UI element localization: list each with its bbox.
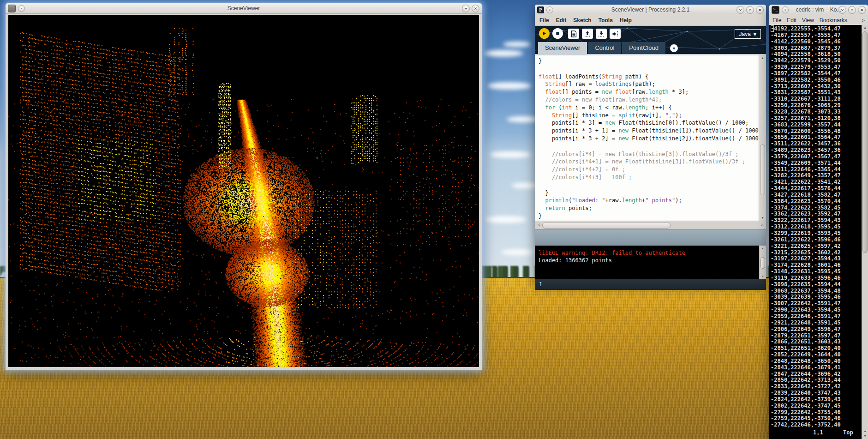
scrollbar-thumb[interactable] [760,257,765,269]
processing-menubar: File Edit Sketch Tools Help [535,15,766,26]
code-line: points[i * 3] = new Float(thisLine[0]).f… [539,119,759,127]
scroll-up-arrow-icon[interactable]: ▴ [862,429,868,433]
menu-file[interactable]: File [772,17,781,24]
terminal-line: -4167,222557,-3555,47 [771,32,862,39]
terminal-line: -2851,222651,-3620,40 [771,345,862,352]
terminal-line: -3303,222687,-2879,37 [771,45,862,52]
menu-view[interactable]: View [802,17,814,24]
terminal-line: -2906,222649,-3596,47 [771,326,862,333]
terminal-titlebar[interactable]: >_ cedric : vim – Ko... [769,5,868,15]
editor-horizontal-scrollbar[interactable]: ‹ › [535,221,766,229]
code-line: println("Loaded: "+raw.length+" points")… [539,197,759,204]
new-sketch-button[interactable] [568,29,579,39]
menu-sketch[interactable]: Sketch [573,17,591,24]
processing-window: P SceneViewer | Processing 2.2.1 File Ed… [535,5,766,283]
terminal-line: -3197,222627,-3594,43 [771,256,862,262]
menu-edit[interactable]: Edit [787,17,796,24]
scrollbar-thumb[interactable] [760,144,765,195]
console-scrollbar[interactable]: ▴ ▾ [759,246,766,279]
terminal-line: -3897,222582,-3544,47 [771,71,862,77]
terminal-screen[interactable]: -4192,222555,-3554,47-4167,222557,-3555,… [769,25,868,439]
export-button[interactable] [610,29,621,39]
close-icon [473,6,478,11]
terminal-line: -2852,222649,-3644,40 [771,352,862,358]
menu-tools[interactable]: Tools [599,17,613,24]
scroll-down-arrow-icon[interactable]: ▾ [759,216,766,220]
code-line: //colors[i*4+3] = 100f ; [539,174,759,181]
terminal-line: -2742,222646,-3752,40 [771,422,862,428]
pointcloud-canvas[interactable] [8,15,479,367]
close-button[interactable] [858,6,866,14]
processing-app-icon: P [537,6,544,13]
menu-bookmarks[interactable]: Bookmarks [820,17,847,24]
terminal-line: -3261,222622,-3596,46 [771,237,862,243]
terminal-line: -3511,222622,-3457,36 [771,141,862,147]
terminal-line: -3920,222579,-3553,47 [771,64,862,71]
terminal-line: -3257,222671,-3120,38 [771,115,862,122]
tab-sceneviewer[interactable]: SceneViewer [538,42,587,54]
stop-button[interactable] [552,28,563,39]
menu-help[interactable]: Help [620,17,632,24]
chevron-down-icon: ▾ [673,46,675,51]
scroll-down-arrow-icon[interactable]: ▾ [760,274,766,279]
menu-overflow-arrow[interactable]: > [862,18,865,23]
terminal-line: -4094,222558,-3618,50 [771,51,862,58]
code-line: } [539,189,759,197]
scroll-up-arrow-icon[interactable]: ▴ [760,246,766,251]
console-output-line: Loaded: 1366362 points [539,257,757,264]
terminal-line: -3891,222582,-3550,46 [771,77,862,84]
open-button[interactable] [582,29,593,39]
sceneviewer-titlebar[interactable]: SceneViewer [6,3,482,14]
code-editor[interactable]: } float[] loadPoints(String path) { Stri… [539,57,759,220]
close-button[interactable] [756,6,764,14]
terminal-line: -3444,222617,-3576,44 [771,186,862,192]
terminal-line: -3228,222678,-3073,33 [771,109,862,115]
processing-toolbar: Java ▾ [535,26,766,42]
cloud [507,116,539,122]
editor-vertical-scrollbar[interactable]: ▴ ▾ [759,55,766,221]
mode-label: Java [739,31,751,37]
scroll-left-arrow-icon[interactable]: ‹ [536,222,542,227]
arrow-down-icon [598,30,605,37]
save-button[interactable] [596,29,607,39]
close-button[interactable] [472,5,479,12]
mode-selector-button[interactable]: Java ▾ [735,29,761,39]
editor-status-bar: 1 [535,279,766,290]
terminal-line: -3549,222609,-3571,44 [771,160,862,167]
scroll-up-arrow-icon[interactable]: ▴ [759,56,766,60]
terminal-line: -2799,222642,-3755,46 [771,409,862,416]
scroll-down-arrow-icon[interactable]: ▾ [862,434,868,439]
play-icon [542,31,547,36]
processing-titlebar[interactable]: P SceneViewer | Processing 2.2.1 [535,5,766,15]
terminal-line: -2847,222644,-3696,42 [771,371,862,378]
terminal-line: -3421,222622,-3541,42 [771,179,862,186]
scroll-right-arrow-icon[interactable]: › [759,222,765,227]
terminal-title: cedric : vim – Ko... [783,6,854,13]
terminal-line: -2759,222645,-3750,46 [771,415,862,422]
tab-menu-button[interactable]: ▾ [670,44,678,52]
scrollbar-thumb[interactable] [542,222,670,229]
processing-tab-bar: SceneViewer Control PointCloud ▾ [535,42,766,54]
terminal-line: -3427,222618,-3582,47 [771,192,862,198]
terminal-line: -3713,222607,-3432,30 [771,84,862,90]
sceneviewer-viewport-frame [6,13,482,370]
terminal-lines: -4192,222555,-3554,47-4167,222557,-3555,… [771,26,862,428]
menu-edit[interactable]: Edit [556,17,567,24]
terminal-line: -3148,222631,-3595,45 [771,269,862,275]
terminal-scrollbar[interactable]: ▴ ▴ ▾ [862,25,868,439]
scrollbar-thumb[interactable] [862,31,868,253]
code-line: float[] points = new float[raw.length * … [539,88,759,96]
tab-pointcloud[interactable]: PointCloud [622,42,665,54]
terminal-line: -4192,222555,-3554,47 [771,26,862,32]
sceneviewer-app-icon [8,5,16,12]
menu-file[interactable]: File [539,17,549,24]
terminal-line: -2879,222651,-3597,47 [771,333,862,339]
terminal-line: -2850,222642,-3713,44 [771,377,862,384]
console-pane: libEGL warning: DRI2: failed to authenti… [535,246,766,279]
scroll-up-arrow-icon[interactable]: ▴ [862,25,868,30]
run-button[interactable] [539,28,550,39]
terminal-line: -2959,222646,-3591,47 [771,313,862,320]
terminal-line: -2848,222648,-3650,40 [771,358,862,365]
terminal-line: -3174,222628,-3601,46 [771,262,862,269]
tab-control[interactable]: Control [588,42,621,54]
